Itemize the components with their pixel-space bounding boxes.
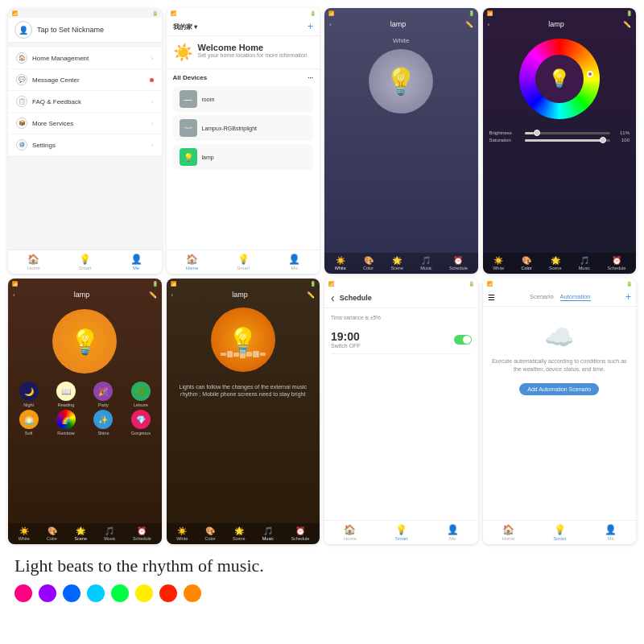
color-wheel[interactable]: 💡 <box>519 39 600 119</box>
lamp-nav-scene[interactable]: 🌟 Scene <box>74 526 87 541</box>
nickname-label[interactable]: Tap to Set Nickname <box>37 26 104 34</box>
chevron-icon: › <box>151 120 154 127</box>
device-lamp[interactable]: 💡 lamp <box>173 144 314 170</box>
lamp-nav-white[interactable]: ☀️ White <box>493 256 504 270</box>
lamp-nav-scene[interactable]: 🌟 Scene <box>549 256 562 270</box>
wave-bar <box>221 353 226 356</box>
edit-icon[interactable]: ✏️ <box>465 21 473 28</box>
schedule-time: 19:00 <box>331 330 361 343</box>
lamp-nav-music[interactable]: 🎵 Music <box>579 256 590 270</box>
menu-item-services[interactable]: 📦 More Services › <box>8 113 162 134</box>
home-icon: 🏠 <box>344 524 356 535</box>
schedule-toggle[interactable] <box>454 335 472 345</box>
edit-icon[interactable]: ✏️ <box>307 291 315 299</box>
timezone-note: Time variance is ±5% <box>331 315 472 320</box>
nav-me[interactable]: 👤 Me <box>605 524 617 541</box>
status-bar-2: 📶 🔋 <box>167 8 320 18</box>
schedule-title: Schedule <box>340 294 372 302</box>
saturation-track[interactable] <box>525 139 611 142</box>
nav-smart[interactable]: 💡 Smart <box>237 254 250 270</box>
lamp-nav-schedule[interactable]: ⏰ Schedule <box>449 256 468 270</box>
status-bar-1: 📶 🔋 <box>8 8 162 18</box>
lamp-nav-music[interactable]: 🎵 Music <box>104 526 115 541</box>
lamp-nav-color[interactable]: 🎨 Color <box>521 256 531 270</box>
scene-party[interactable]: 🎉 Party <box>86 382 121 407</box>
scene-reading[interactable]: 📖 Reading <box>48 382 83 407</box>
tab-automation[interactable]: Automation <box>560 293 591 301</box>
scene-gorgeous[interactable]: 💎 Gorgeous <box>123 410 158 436</box>
lamp-orange-circle[interactable]: 💡 <box>52 309 117 374</box>
lamp-nav-color[interactable]: 🎨 Color <box>47 526 57 541</box>
device-room[interactable]: — room <box>173 86 314 112</box>
edit-icon[interactable]: ✏️ <box>623 21 631 28</box>
tab-scenario[interactable]: Scenario <box>530 293 554 301</box>
brightness-track[interactable] <box>525 132 611 134</box>
lamp-nav-music[interactable]: 🎵 Music <box>420 256 431 270</box>
lamp-nav-white[interactable]: ☀️ White <box>19 526 30 541</box>
edit-icon[interactable]: ✏️ <box>149 291 157 299</box>
music-lamp-circle[interactable]: 💡 <box>211 308 275 372</box>
lamp-nav-schedule[interactable]: ⏰ Schedule <box>133 526 151 541</box>
bulb-icon-color: 💡 <box>548 68 570 89</box>
scene-shine[interactable]: ✨ Shine <box>86 410 121 436</box>
me-icon: 👤 <box>288 254 300 265</box>
nav-home[interactable]: 🏠 Home <box>27 254 40 270</box>
add-icon[interactable]: + <box>308 21 313 32</box>
nav-me[interactable]: 👤 Me <box>447 524 459 541</box>
status-bar-4: 📶 🔋 <box>483 8 637 18</box>
lamp-nav-schedule[interactable]: ⏰ Schedule <box>607 256 625 270</box>
welcome-text: Welcome Home Set your home location for … <box>198 43 308 58</box>
nav-home[interactable]: 🏠 Home <box>344 524 357 541</box>
scene-leisure-icon: 🌿 <box>131 382 151 401</box>
nav-home[interactable]: 🏠 Home <box>502 524 514 541</box>
screenshots-grid: 📶 🔋 👤 Tap to Set Nickname 🏠 Home Managem… <box>8 8 636 544</box>
lamp-nav-color[interactable]: 🎨 Color <box>363 256 374 270</box>
schedule-back-btn[interactable]: ‹ <box>331 291 335 304</box>
scene-rainbow[interactable]: 🌈 Rainbow <box>48 410 83 436</box>
scene-soft[interactable]: 🌅 Soft <box>11 410 46 436</box>
music-mode-icon: 🎵 <box>580 256 589 265</box>
nav-smart[interactable]: 💡 Smart <box>553 524 566 541</box>
add-icon[interactable]: + <box>625 291 631 303</box>
screen-lamp-scenes: 📶 🔋 ‹ lamp ✏️ 💡 🌙 Night 📖 Reading <box>8 279 162 544</box>
lamp-nav-white[interactable]: ☀️ White <box>335 256 346 270</box>
lamp-nav-color[interactable]: 🎨 Color <box>204 526 215 541</box>
lamp-nav-scene[interactable]: 🌟 Scene <box>233 526 246 541</box>
devices-section: All Devices ··· — room 〰 Lampux-RGBstrip… <box>167 69 320 178</box>
color-selector-dot[interactable] <box>587 71 593 77</box>
lamp-nav-white[interactable]: ☀️ White <box>176 526 188 541</box>
menu-item-label: More Services <box>32 120 73 127</box>
brightness-thumb[interactable] <box>534 130 540 136</box>
device-name: lamp <box>202 155 214 160</box>
location-label[interactable]: 我的家 ▾ <box>173 23 197 31</box>
color-dot-purple <box>39 584 56 602</box>
nav-home[interactable]: 🏠 Home <box>185 254 198 270</box>
nav-me[interactable]: 👤 Me <box>130 254 142 270</box>
lamp-nav-scene[interactable]: 🌟 Scene <box>390 256 403 270</box>
automation-content: ☁️ Execute automatically according to co… <box>483 307 637 411</box>
lamp-nav-schedule[interactable]: ⏰ Schedule <box>291 526 309 541</box>
nav-me[interactable]: 👤 Me <box>288 254 300 270</box>
nav-smart[interactable]: 💡 Smart <box>395 524 408 541</box>
menu-icon[interactable]: ☰ <box>488 293 495 302</box>
menu-item-faq[interactable]: 📋 FAQ & Feedback › <box>8 91 162 112</box>
menu-item-message[interactable]: 💬 Message Center <box>8 69 162 90</box>
scene-night[interactable]: 🌙 Night <box>11 382 46 407</box>
wave-bar <box>227 351 233 357</box>
device-strip[interactable]: 〰 Lampux-RGBstriplight <box>173 115 314 141</box>
lamp-nav-music[interactable]: 🎵 Music <box>262 526 274 541</box>
scene-night-icon: 🌙 <box>19 382 39 401</box>
color-wheel-container[interactable]: 💡 <box>483 31 637 127</box>
schedule-time-block: 19:00 Switch OFF <box>331 330 361 349</box>
nav-smart[interactable]: 💡 Smart <box>79 254 92 270</box>
avatar: 👤 <box>14 21 32 39</box>
saturation-thumb[interactable] <box>600 137 606 143</box>
more-icon[interactable]: ··· <box>308 74 313 81</box>
devices-header: All Devices ··· <box>173 74 314 81</box>
menu-item-home[interactable]: 🏠 Home Management › <box>8 47 162 68</box>
add-automation-button[interactable]: Add Automation Scenario <box>519 383 599 395</box>
home-icon: 🏠 <box>502 524 514 535</box>
menu-item-settings[interactable]: ⚙️ Settings › <box>8 134 162 155</box>
scene-leisure[interactable]: 🌿 Leisure <box>123 382 158 407</box>
lamp-bulb-circle[interactable]: 💡 <box>369 49 433 114</box>
